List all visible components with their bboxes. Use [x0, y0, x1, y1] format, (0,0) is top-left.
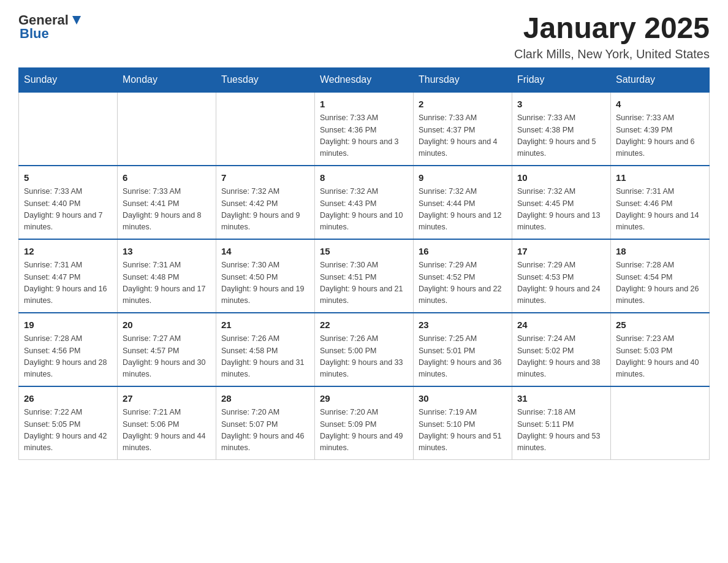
day-number: 12	[24, 245, 112, 259]
day-number: 19	[24, 318, 112, 332]
calendar-day-7: 7Sunrise: 7:32 AM Sunset: 4:42 PM Daylig…	[216, 166, 315, 239]
day-info: Sunrise: 7:31 AM Sunset: 4:46 PM Dayligh…	[616, 186, 704, 234]
day-number: 17	[517, 245, 605, 259]
day-number: 5	[24, 171, 112, 185]
day-number: 30	[419, 392, 507, 406]
calendar-day-16: 16Sunrise: 7:29 AM Sunset: 4:52 PM Dayli…	[414, 239, 512, 313]
calendar-day-19: 19Sunrise: 7:28 AM Sunset: 4:56 PM Dayli…	[19, 313, 118, 386]
svg-marker-0	[72, 16, 81, 25]
day-number: 20	[123, 318, 211, 332]
day-info: Sunrise: 7:32 AM Sunset: 4:44 PM Dayligh…	[419, 186, 507, 234]
day-info: Sunrise: 7:30 AM Sunset: 4:51 PM Dayligh…	[320, 259, 408, 307]
calendar-day-20: 20Sunrise: 7:27 AM Sunset: 4:57 PM Dayli…	[118, 313, 216, 386]
day-number: 22	[320, 318, 408, 332]
day-info: Sunrise: 7:20 AM Sunset: 5:07 PM Dayligh…	[221, 407, 309, 454]
calendar-day-27: 27Sunrise: 7:21 AM Sunset: 5:06 PM Dayli…	[118, 386, 216, 460]
day-number: 13	[123, 245, 211, 259]
calendar-day-4: 4Sunrise: 7:33 AM Sunset: 4:39 PM Daylig…	[611, 92, 710, 166]
day-info: Sunrise: 7:31 AM Sunset: 4:48 PM Dayligh…	[123, 259, 211, 307]
day-info: Sunrise: 7:26 AM Sunset: 4:58 PM Dayligh…	[221, 333, 309, 381]
day-number: 10	[517, 171, 605, 185]
day-number: 15	[320, 245, 408, 259]
day-number: 6	[123, 171, 211, 185]
calendar-week-3: 12Sunrise: 7:31 AM Sunset: 4:47 PM Dayli…	[19, 239, 710, 313]
day-number: 29	[320, 392, 408, 406]
calendar-day-13: 13Sunrise: 7:31 AM Sunset: 4:48 PM Dayli…	[118, 239, 216, 313]
calendar-day-14: 14Sunrise: 7:30 AM Sunset: 4:50 PM Dayli…	[216, 239, 315, 313]
calendar-day-11: 11Sunrise: 7:31 AM Sunset: 4:46 PM Dayli…	[611, 166, 710, 239]
day-info: Sunrise: 7:26 AM Sunset: 5:00 PM Dayligh…	[320, 333, 408, 381]
calendar-day-9: 9Sunrise: 7:32 AM Sunset: 4:44 PM Daylig…	[414, 166, 512, 239]
calendar-day-18: 18Sunrise: 7:28 AM Sunset: 4:54 PM Dayli…	[611, 239, 710, 313]
day-info: Sunrise: 7:29 AM Sunset: 4:53 PM Dayligh…	[517, 259, 605, 307]
day-number: 16	[419, 245, 507, 259]
day-info: Sunrise: 7:33 AM Sunset: 4:39 PM Dayligh…	[616, 112, 704, 160]
day-number: 31	[517, 392, 605, 406]
logo-triangle-icon	[70, 13, 83, 27]
calendar-day-2: 2Sunrise: 7:33 AM Sunset: 4:37 PM Daylig…	[414, 92, 512, 166]
day-info: Sunrise: 7:22 AM Sunset: 5:05 PM Dayligh…	[24, 407, 112, 454]
calendar-day-6: 6Sunrise: 7:33 AM Sunset: 4:41 PM Daylig…	[118, 166, 216, 239]
title-section: January 2025 Clark Mills, New York, Unit…	[514, 12, 710, 61]
day-info: Sunrise: 7:20 AM Sunset: 5:09 PM Dayligh…	[320, 407, 408, 454]
day-info: Sunrise: 7:31 AM Sunset: 4:47 PM Dayligh…	[24, 259, 112, 307]
col-header-wednesday: Wednesday	[315, 67, 414, 92]
day-info: Sunrise: 7:29 AM Sunset: 4:52 PM Dayligh…	[419, 259, 507, 307]
col-header-tuesday: Tuesday	[216, 67, 315, 92]
col-header-thursday: Thursday	[414, 67, 512, 92]
day-info: Sunrise: 7:33 AM Sunset: 4:41 PM Dayligh…	[123, 186, 211, 234]
day-info: Sunrise: 7:23 AM Sunset: 5:03 PM Dayligh…	[616, 333, 704, 381]
calendar-week-2: 5Sunrise: 7:33 AM Sunset: 4:40 PM Daylig…	[19, 166, 710, 239]
day-number: 3	[517, 98, 605, 112]
calendar-day-15: 15Sunrise: 7:30 AM Sunset: 4:51 PM Dayli…	[315, 239, 414, 313]
day-number: 9	[419, 171, 507, 185]
day-number: 27	[123, 392, 211, 406]
calendar-day-5: 5Sunrise: 7:33 AM Sunset: 4:40 PM Daylig…	[19, 166, 118, 239]
calendar-day-3: 3Sunrise: 7:33 AM Sunset: 4:38 PM Daylig…	[512, 92, 611, 166]
day-number: 8	[320, 171, 408, 185]
day-number: 25	[616, 318, 704, 332]
day-number: 14	[221, 245, 309, 259]
day-info: Sunrise: 7:24 AM Sunset: 5:02 PM Dayligh…	[517, 333, 605, 381]
day-info: Sunrise: 7:25 AM Sunset: 5:01 PM Dayligh…	[419, 333, 507, 381]
calendar-table: SundayMondayTuesdayWednesdayThursdayFrid…	[18, 67, 710, 460]
calendar-header: SundayMondayTuesdayWednesdayThursdayFrid…	[19, 67, 710, 92]
col-header-monday: Monday	[118, 67, 216, 92]
day-number: 26	[24, 392, 112, 406]
calendar-day-31: 31Sunrise: 7:18 AM Sunset: 5:11 PM Dayli…	[512, 386, 611, 460]
day-number: 7	[221, 171, 309, 185]
calendar-day-25: 25Sunrise: 7:23 AM Sunset: 5:03 PM Dayli…	[611, 313, 710, 386]
day-number: 2	[419, 98, 507, 112]
calendar-day-29: 29Sunrise: 7:20 AM Sunset: 5:09 PM Dayli…	[315, 386, 414, 460]
subtitle: Clark Mills, New York, United States	[514, 47, 710, 61]
empty-cell	[611, 386, 710, 460]
calendar-week-4: 19Sunrise: 7:28 AM Sunset: 4:56 PM Dayli…	[19, 313, 710, 386]
day-number: 18	[616, 245, 704, 259]
day-info: Sunrise: 7:30 AM Sunset: 4:50 PM Dayligh…	[221, 259, 309, 307]
day-number: 23	[419, 318, 507, 332]
day-info: Sunrise: 7:32 AM Sunset: 4:45 PM Dayligh…	[517, 186, 605, 234]
calendar-day-21: 21Sunrise: 7:26 AM Sunset: 4:58 PM Dayli…	[216, 313, 315, 386]
calendar-day-22: 22Sunrise: 7:26 AM Sunset: 5:00 PM Dayli…	[315, 313, 414, 386]
day-number: 24	[517, 318, 605, 332]
calendar-week-5: 26Sunrise: 7:22 AM Sunset: 5:05 PM Dayli…	[19, 386, 710, 460]
day-info: Sunrise: 7:28 AM Sunset: 4:54 PM Dayligh…	[616, 259, 704, 307]
day-info: Sunrise: 7:19 AM Sunset: 5:10 PM Dayligh…	[419, 407, 507, 454]
day-info: Sunrise: 7:32 AM Sunset: 4:42 PM Dayligh…	[221, 186, 309, 234]
day-number: 11	[616, 171, 704, 185]
col-header-sunday: Sunday	[19, 67, 118, 92]
col-header-saturday: Saturday	[611, 67, 710, 92]
day-number: 1	[320, 98, 408, 112]
day-info: Sunrise: 7:27 AM Sunset: 4:57 PM Dayligh…	[123, 333, 211, 381]
empty-cell	[118, 92, 216, 166]
day-info: Sunrise: 7:33 AM Sunset: 4:40 PM Dayligh…	[24, 186, 112, 234]
day-info: Sunrise: 7:33 AM Sunset: 4:37 PM Dayligh…	[419, 112, 507, 160]
calendar-day-26: 26Sunrise: 7:22 AM Sunset: 5:05 PM Dayli…	[19, 386, 118, 460]
empty-cell	[216, 92, 315, 166]
day-info: Sunrise: 7:33 AM Sunset: 4:38 PM Dayligh…	[517, 112, 605, 160]
day-info: Sunrise: 7:28 AM Sunset: 4:56 PM Dayligh…	[24, 333, 112, 381]
calendar-day-8: 8Sunrise: 7:32 AM Sunset: 4:43 PM Daylig…	[315, 166, 414, 239]
calendar-day-23: 23Sunrise: 7:25 AM Sunset: 5:01 PM Dayli…	[414, 313, 512, 386]
calendar-week-1: 1Sunrise: 7:33 AM Sunset: 4:36 PM Daylig…	[19, 92, 710, 166]
calendar-day-10: 10Sunrise: 7:32 AM Sunset: 4:45 PM Dayli…	[512, 166, 611, 239]
